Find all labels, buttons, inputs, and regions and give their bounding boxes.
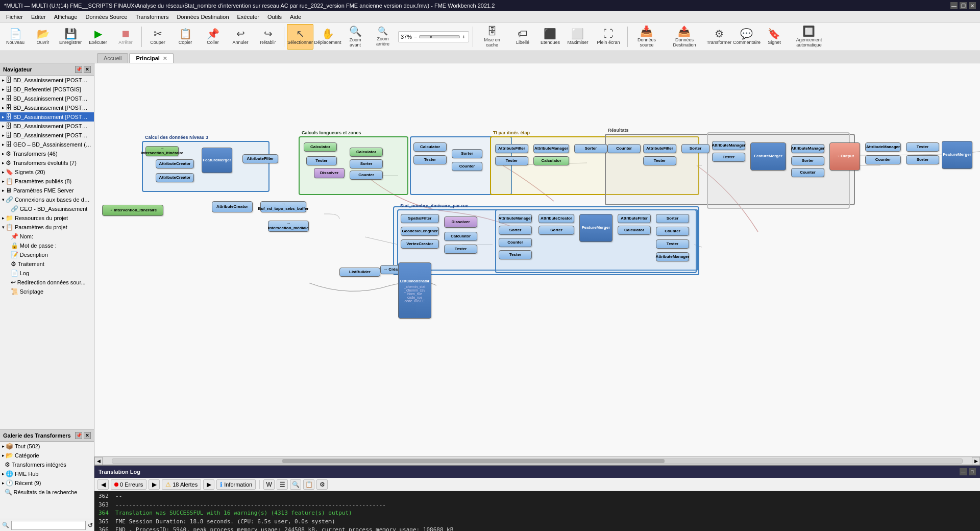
search-refresh-icon[interactable]: ↺ <box>88 522 93 529</box>
canvas[interactable]: Calcul des données Niveau 3 Calculs long… <box>94 63 980 456</box>
copier-button[interactable]: 📋 Copier <box>172 24 199 50</box>
nav-item-parametres-publies[interactable]: ▸📋Paramètres publiés (8) <box>0 177 94 186</box>
nav-item-traitement[interactable]: ⚙Traitement <box>0 259 94 269</box>
mise-en-cache-button[interactable]: 🗄 Mise en cache <box>476 24 508 50</box>
node-attributefilter-1[interactable]: AttributeFilter <box>242 154 278 163</box>
node-listconcatenator-1[interactable]: ListConcatenator _chemin_stat _chemin_cs… <box>398 262 431 319</box>
log-search-button[interactable]: 🔍 <box>290 479 301 490</box>
plein-ecran-button[interactable]: ⛶ Plein écran <box>592 24 625 50</box>
node-sorter-6[interactable]: Sorter <box>906 155 939 164</box>
ouvrir-button[interactable]: 📂 Ouvrir <box>30 24 56 50</box>
agencement-auto-button[interactable]: 🔲 Agencement automatique <box>789 24 829 50</box>
executer-button[interactable]: ▶ Exécuter <box>85 24 111 50</box>
nouveau-button[interactable]: 📄 Nouveau <box>2 24 29 50</box>
node-attributefilter-2[interactable]: AttributeFilter <box>495 144 528 153</box>
nav-item-redirection[interactable]: ↩Redirection données sour... <box>0 278 94 287</box>
retablir-button[interactable]: ↪ Rétablir <box>255 24 281 50</box>
couper-button[interactable]: ✂ Couper <box>144 24 171 50</box>
zoom-minus-icon[interactable]: − <box>413 34 418 40</box>
nav-item-transformers[interactable]: ▸⚙Transformers (46) <box>0 149 94 158</box>
tg-item-recent[interactable]: ▸🕐Récent (9) <box>0 478 94 488</box>
nav-item-geo-bd-assainissement2[interactable]: 🔗GEO - BD_Assainissement <box>0 204 94 213</box>
scroll-right-button[interactable]: ▶ <box>972 457 980 465</box>
nav-item-description[interactable]: 📝Description <box>0 250 94 259</box>
log-copy-button[interactable]: 📋 <box>303 479 314 490</box>
node-calc-6[interactable]: Calculator <box>618 226 651 235</box>
node-attributemanager-5[interactable]: AttributeManager <box>499 214 532 223</box>
nav-item-log[interactable]: 📄Log <box>0 269 94 278</box>
menu-donnees-source[interactable]: Données Source <box>81 11 131 22</box>
nav-item-signets[interactable]: ▸🔖Signets (20) <box>0 167 94 177</box>
coller-button[interactable]: 📌 Coller <box>200 24 226 50</box>
transformer-button[interactable]: ⚙ Transformer <box>706 24 732 50</box>
nav-item-transformers-evol[interactable]: ▸⚙Transformers évolutifs (7) <box>0 158 94 167</box>
node-attributemanager-1[interactable]: AttributeManager <box>533 144 569 153</box>
zoom-avant-button[interactable]: 🔍 Zoom avant <box>342 24 369 50</box>
node-sorter-3[interactable]: Sorter <box>574 144 607 153</box>
node-geodeticlengthr-1[interactable]: GeodesicLengther <box>401 227 439 236</box>
log-restore-button[interactable]: □ <box>969 468 976 475</box>
signet-button[interactable]: 🔖 Signet <box>761 24 788 50</box>
node-attributemanager-2[interactable]: AttributeManager <box>712 141 745 150</box>
node-calc-3[interactable]: Calculator <box>413 142 447 152</box>
node-counter-1[interactable]: Counter <box>350 171 383 180</box>
node-counter-5[interactable]: Counter <box>865 155 901 164</box>
log-settings-button[interactable]: ⚙ <box>316 479 328 490</box>
log-wrap-button[interactable]: W <box>263 479 275 490</box>
node-tester-3[interactable]: Tester <box>495 156 528 165</box>
nav-item-bd-assainissement-2[interactable]: ▸🗄BD_Assainissement [POSTGR... <box>0 94 94 103</box>
node-attributemanager-6[interactable]: AttributeManager <box>656 252 689 261</box>
node-sorter-7[interactable]: Sorter <box>499 226 532 235</box>
node-featuremerger-1[interactable]: FeatureMerger <box>202 148 232 173</box>
node-tester-6[interactable]: Tester <box>906 142 939 152</box>
log-list-button[interactable]: ☰ <box>277 479 288 490</box>
node-counter-2[interactable]: Counter <box>452 162 482 171</box>
tab-principal[interactable]: Principal ✕ <box>129 53 173 63</box>
node-counter-3[interactable]: Counter <box>607 144 641 153</box>
node-featuremerger-2[interactable]: FeatureMerger <box>750 142 786 171</box>
node-sorter-1[interactable]: Sorter <box>350 159 383 168</box>
deplacement-button[interactable]: ✋ Déplacement <box>314 24 341 50</box>
donnees-destination-button[interactable]: 📤 Données Destination <box>664 24 705 50</box>
tg-item-tout[interactable]: ▸📦Tout (502) <box>0 442 94 451</box>
node-attributefilter-4[interactable]: AttributeFilter <box>618 214 651 223</box>
node-tester-2[interactable]: Tester <box>413 155 447 164</box>
tg-pin-button[interactable]: 📌 <box>75 432 82 439</box>
node-buffer-1[interactable]: → Buf_nd_topo_sebs_buffer <box>260 201 306 212</box>
node-attributecreator-3[interactable]: AttributeCreator <box>212 201 253 212</box>
tg-close-button[interactable]: ✕ <box>84 432 91 439</box>
nav-item-ressources-projet[interactable]: ▸📁Ressources du projet <box>0 213 94 223</box>
nav-item-connexions-bd[interactable]: ▾🔗Connexions aux bases de do... <box>0 195 94 204</box>
nav-item-bd-assainissement-6[interactable]: ▸🗄BD_Assainissement [POSTGR... <box>0 131 94 140</box>
etendues-button[interactable]: ⬛ Etendues <box>537 24 564 50</box>
node-listbuilder-1[interactable]: ListBuilder <box>339 268 380 277</box>
node-attributemanager-4[interactable]: AttributeManager <box>865 142 901 152</box>
menu-outils[interactable]: Outils <box>263 11 286 22</box>
tg-item-resultats-recherche[interactable]: 🔍Résultats de la recherche <box>0 488 94 497</box>
scroll-thumb[interactable] <box>282 459 665 463</box>
node-dissolver-2[interactable]: Dissolver <box>444 216 477 228</box>
restore-button[interactable]: ❐ <box>960 2 967 9</box>
node-sorter-5[interactable]: Sorter <box>791 156 824 165</box>
node-tester-7[interactable]: Tester <box>444 245 477 254</box>
node-sorter-4[interactable]: Sorter <box>681 144 709 153</box>
node-tester-8[interactable]: Tester <box>499 250 532 259</box>
node-calculator-1[interactable]: Calculator <box>304 142 337 152</box>
node-attributecreator-1[interactable]: AttributeCreator <box>156 159 194 168</box>
log-minimize-button[interactable]: — <box>960 468 967 475</box>
information-button[interactable]: ℹ Information <box>216 479 256 490</box>
menu-affichage[interactable]: Affichage <box>50 11 82 22</box>
nav-item-parametres-fme-server[interactable]: ▸🖥Paramètres FME Server <box>0 186 94 195</box>
zoom-plus-icon[interactable]: + <box>461 34 466 40</box>
node-dissolver-1[interactable]: Dissolver <box>314 168 345 178</box>
node-calculator-2[interactable]: Calculator <box>350 148 383 157</box>
node-sorter-9[interactable]: Sorter <box>656 214 689 223</box>
node-reader-1[interactable]: → Intersection_itinéraire <box>145 146 179 156</box>
selectionner-button[interactable]: ↖ Sélectionner <box>287 24 313 50</box>
log-next-erreur-button[interactable]: ▶ <box>149 479 160 490</box>
node-sorter-2[interactable]: Sorter <box>452 149 482 158</box>
node-calc-5[interactable]: Calculator <box>444 232 477 241</box>
minimize-button[interactable]: — <box>950 2 958 9</box>
log-next-alerte-button[interactable]: ▶ <box>203 479 214 490</box>
node-calc-4[interactable]: Calculator <box>533 156 569 165</box>
